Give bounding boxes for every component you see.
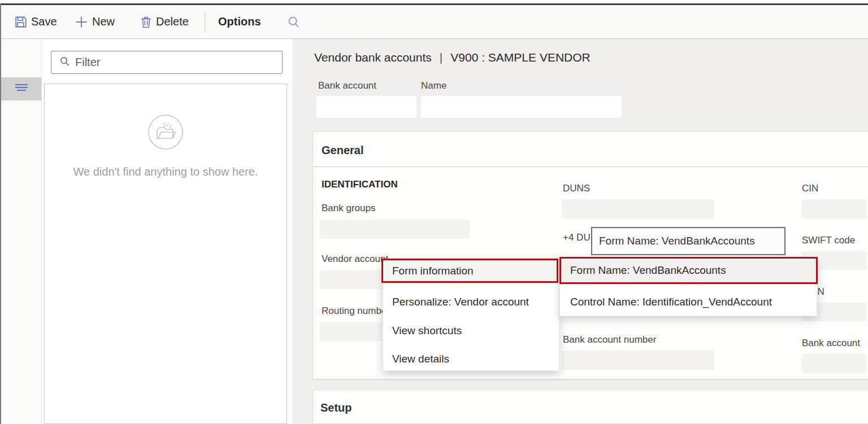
empty-state: We didn't find anything to show here. [45,112,287,178]
menu-item-view-details[interactable]: View details [392,353,449,365]
page-title: Vendor bank accounts | V900 : SAMPLE VEN… [314,51,591,64]
field-bank-groups[interactable] [320,220,470,238]
list-lines-icon [14,83,29,95]
label-swift-code: SWIFT code [802,235,855,246]
save-label: Save [31,15,57,28]
label-bank-account-number: Bank account number [563,334,656,346]
options-tab[interactable]: Options [218,5,261,38]
menu-item-personalize[interactable]: Personalize: Vendor account [392,296,529,308]
toolbar-separator [205,12,205,32]
filter-placeholder: Filter [75,56,100,69]
grid-col-name: Name [421,80,446,91]
label-cin: CIN [802,183,818,194]
field-bank-account-number[interactable] [562,351,714,370]
options-label: Options [218,15,261,28]
list-view-button[interactable] [1,77,41,100]
action-toolbar: Save New Delete Options [1,5,868,39]
search-icon [59,56,70,69]
field-cin[interactable] [802,199,866,218]
identification-group-title: IDENTIFICATION [322,179,398,190]
new-label: New [92,15,115,28]
delete-label: Delete [156,15,189,28]
new-button[interactable]: New [75,5,115,38]
field-duns[interactable] [562,199,714,218]
search-icon [287,15,301,29]
title-separator: | [440,51,442,64]
grid-cell-name[interactable] [421,96,622,118]
toolbar-search-button[interactable] [287,5,301,38]
empty-message: We didn't find anything to show here. [45,165,287,178]
label-routing-number: Routing number [322,305,390,317]
record-caption: V900 : SAMPLE VENDOR [450,51,590,64]
plus-icon [75,15,88,29]
section-divider [313,167,868,167]
label-duns: DUNS [563,183,590,194]
field-bank-account-type[interactable] [802,354,866,373]
submenu-item-form-name[interactable]: Form Name: VendBankAccounts [559,257,818,284]
empty-folder-icon [146,144,185,154]
menu-item-view-shortcuts[interactable]: View shortcuts [392,325,462,337]
label-vendor-account: Vendor account [322,253,388,265]
records-list[interactable]: We didn't find anything to show here. [44,84,287,424]
trash-icon [140,16,152,28]
delete-button[interactable]: Delete [140,5,189,38]
save-button[interactable]: Save [15,5,57,38]
filter-input[interactable]: Filter [51,51,283,74]
setup-card: Setup [313,390,868,424]
menu-item-form-information[interactable]: Form information [381,259,558,283]
grid-col-bank-account: Bank account [318,80,376,91]
label-bank-account-type: Bank account [802,338,860,349]
setup-section-header[interactable]: Setup [320,401,352,414]
general-section-header[interactable]: General [322,144,363,157]
filter-panel: Filter We didn't find anything to show h… [42,39,292,424]
label-bank-groups: Bank groups [322,203,375,214]
form-caption: Vendor bank accounts [314,51,432,64]
submenu-item-control-name[interactable]: Control Name: Identification_VendAccount [570,296,772,308]
form-name-tooltip: Form Name: VendBankAccounts [591,227,785,255]
grid-cell-bank-account[interactable] [316,96,416,118]
save-icon [15,16,27,28]
